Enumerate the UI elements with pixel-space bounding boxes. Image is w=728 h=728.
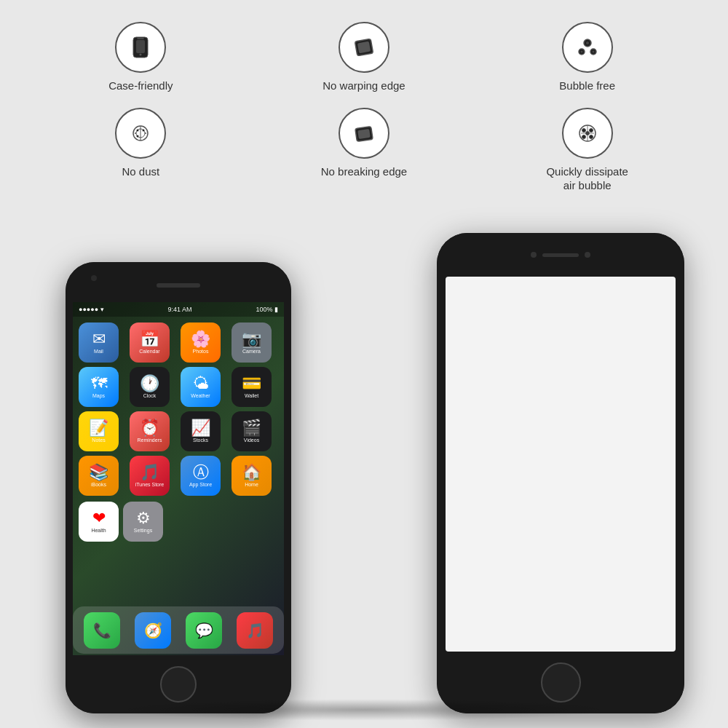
status-bar: ●●●●● ▾ 9:41 AM 100% ▮ [73,302,284,317]
app-icon-calendar: 📅 Calendar [130,323,170,363]
phone-top-bar [66,262,291,302]
home-button-left[interactable] [160,666,197,703]
no-dust-icon [115,108,166,159]
glass-top [437,233,684,277]
app-icon-wallet: 💳 Wallet [232,367,272,407]
app-icon-home: 🏠 Home [232,456,272,496]
quickly-dissipate-label: Quickly dissipateair bubble [546,165,628,193]
dock-icon-phone: 📞 [84,612,120,649]
svg-point-17 [135,132,136,134]
svg-point-24 [582,135,585,138]
feature-bubble-free: Bubble free [475,15,699,100]
glass-inner-surface [446,277,676,652]
no-breaking-icon [339,108,389,159]
app-icon-videos: 🎬 Videos [232,411,272,451]
svg-point-10 [592,51,594,53]
phone-screen-content: ●●●●● ▾ 9:41 AM 100% ▮ ✉ Mail 📅 Calendar [73,302,284,655]
case-friendly-label: Case-friendly [108,79,173,93]
phone-body-left: ●●●●● ▾ 9:41 AM 100% ▮ ✉ Mail 📅 Calendar [66,262,291,713]
phone-left: ●●●●● ▾ 9:41 AM 100% ▮ ✉ Mail 📅 Calendar [66,262,291,713]
glass-speaker-grill [542,253,579,257]
app-icon-camera: 📷 Camera [232,323,272,363]
app-icon-reminders: ⏰ Reminders [130,411,170,451]
svg-point-14 [137,129,139,131]
quickly-dissipate-icon [562,108,613,159]
svg-point-15 [143,129,145,131]
phone-front-camera [91,275,97,281]
svg-point-8 [586,41,589,44]
dock-icon-music: 🎵 [237,612,273,649]
dock-bar: 📞 🧭 💬 🎵 [73,606,284,654]
svg-point-18 [145,132,146,134]
phone-speaker [157,283,200,288]
app-icon-settings: ⚙ Settings [123,502,163,542]
dock-icon-safari: 🧭 [135,612,171,649]
battery-display: 100% ▮ [256,306,278,313]
app-grid: ✉ Mail 📅 Calendar 🌸 Photos 📷 [73,317,284,502]
svg-point-23 [589,128,593,132]
home-button-glass[interactable] [541,662,581,703]
app-icon-weather: 🌤 Weather [181,367,221,407]
app-icon-clock: 🕐 Clock [130,367,170,407]
phones-section: ●●●●● ▾ 9:41 AM 100% ▮ ✉ Mail 📅 Calendar [0,197,728,728]
svg-point-2 [140,54,142,56]
svg-rect-1 [136,40,145,53]
app-icon-itunes: 🎵 iTunes Store [130,456,170,496]
signal-dots: ●●●●● ▾ [79,306,104,313]
app-icon-stocks: 📈 Stocks [181,411,221,451]
app-icon-health: ❤ Health [79,502,119,542]
feature-no-warping: No warping edge [253,15,476,100]
glass-protector [437,233,684,713]
bubble-free-icon [562,22,613,73]
time-display: 9:41 AM [168,306,192,313]
case-friendly-icon [115,22,166,73]
app-icon-photos: 🌸 Photos [181,323,221,363]
svg-point-16 [137,135,139,137]
app-icon-appstore: Ⓐ App Store [181,456,221,496]
svg-rect-4 [357,41,371,54]
svg-point-25 [589,135,593,138]
no-breaking-label: No breaking edge [321,165,407,179]
app-icon-mail: ✉ Mail [79,323,119,363]
app-icon-notes: 📝 Notes [79,411,119,451]
feature-quickly-dissipate: Quickly dissipateair bubble [475,100,699,200]
svg-point-22 [582,128,585,132]
svg-point-9 [580,51,582,53]
no-warping-icon [339,22,389,73]
glass-front-camera [531,252,537,258]
features-grid: Case-friendly No warping edge Bubble fre… [0,0,728,197]
app-icon-ibooks: 📚 iBooks [79,456,119,496]
feature-case-friendly: Case-friendly [29,15,253,100]
glass-sensor [585,252,590,258]
app-icon-maps: 🗺 Maps [79,367,119,407]
no-warping-label: No warping edge [323,79,405,93]
phone-screen: ●●●●● ▾ 9:41 AM 100% ▮ ✉ Mail 📅 Calendar [73,302,284,655]
svg-rect-20 [357,128,371,138]
glass-body [437,233,684,713]
phones-shadow [109,699,619,721]
bubble-free-label: Bubble free [559,79,615,93]
feature-no-breaking: No breaking edge [253,100,476,200]
no-dust-label: No dust [122,165,159,179]
dock-icon-messages: 💬 [186,612,222,649]
feature-no-dust: No dust [29,100,253,200]
